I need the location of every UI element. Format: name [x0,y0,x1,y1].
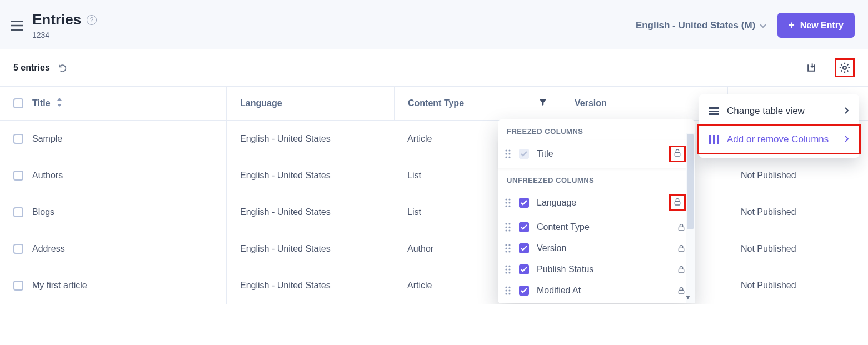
column-label: Language [537,198,576,208]
svg-point-17 [508,202,510,203]
lock-icon[interactable] [677,244,686,253]
svg-point-45 [508,289,510,291]
undo-icon[interactable] [58,63,68,73]
drag-handle-icon[interactable] [505,286,511,296]
row-checkbox[interactable] [13,207,23,217]
import-icon[interactable] [806,62,817,73]
row-checkbox[interactable] [13,134,23,144]
gear-highlight [835,58,855,77]
menu-item-label: Change table view [727,106,805,117]
column-checkbox[interactable] [519,243,529,253]
row-title[interactable]: Blogs [32,207,54,217]
lock-icon[interactable] [677,265,686,274]
svg-point-18 [505,205,507,207]
column-header-content-type[interactable]: Content Type [394,87,561,121]
gear-icon[interactable] [839,62,851,74]
svg-point-19 [508,205,510,207]
svg-point-31 [508,247,510,249]
col-version-label: Version [575,98,607,108]
column-label: Version [537,243,566,253]
column-row-language[interactable]: Language [498,189,695,217]
column-row-publish-status[interactable]: Publish Status [498,259,695,280]
list-view-icon [709,107,719,115]
column-checkbox[interactable] [519,222,529,232]
column-row-title[interactable]: Title [498,140,695,168]
svg-point-14 [505,198,507,200]
column-label: Publish Status [537,264,593,274]
scrollbar-thumb[interactable] [687,134,694,229]
svg-point-32 [505,251,507,252]
sort-icon[interactable] [56,98,63,109]
select-all-checkbox[interactable] [13,98,23,108]
locale-label: English - United States (M) [636,20,755,31]
col-language-label: Language [240,98,282,108]
menu-item-add-remove-columns[interactable]: Add or remove Columns [697,124,861,154]
freezed-columns-label: FREEZED COLUMNS [498,119,695,140]
column-header-title[interactable]: Title [0,87,226,121]
column-checkbox[interactable] [519,264,529,274]
row-title[interactable]: Address [32,244,65,254]
svg-point-23 [505,226,507,228]
column-row-version[interactable]: Version [498,238,695,259]
row-language: English - United States [226,231,394,267]
entry-count-label: 5 entries [13,63,50,73]
chevron-right-icon [845,134,849,145]
svg-point-0 [843,66,846,69]
locale-picker[interactable]: English - United States (M) [636,20,766,31]
plus-icon: + [789,19,795,31]
column-label: Modified At [537,286,581,296]
column-checkbox[interactable] [519,149,529,159]
svg-point-16 [505,202,507,203]
svg-point-44 [505,289,507,291]
row-title[interactable]: My first article [32,281,87,291]
svg-point-22 [508,223,510,224]
svg-rect-5 [713,135,715,144]
svg-point-10 [508,153,510,154]
svg-point-30 [505,247,507,249]
unlock-icon[interactable] [673,148,682,157]
lock-icon[interactable] [677,223,686,232]
drag-handle-icon[interactable] [505,243,511,253]
drag-handle-icon[interactable] [505,264,511,274]
unfreezed-columns-label: UNFREEZED COLUMNS [498,168,695,189]
svg-point-12 [508,156,510,158]
row-title[interactable]: Authors [32,171,63,181]
unlock-highlight [669,146,686,162]
column-checkbox[interactable] [519,198,529,208]
drag-handle-icon[interactable] [505,198,511,208]
svg-rect-6 [717,135,719,144]
filter-icon[interactable] [538,98,547,109]
row-publish-status: Not Published [727,231,868,267]
svg-point-28 [505,244,507,246]
svg-point-39 [505,272,507,273]
svg-point-7 [505,149,507,151]
svg-point-46 [505,293,507,294]
new-entry-button[interactable]: + New Entry [777,13,855,38]
row-checkbox[interactable] [13,244,23,254]
svg-point-26 [508,229,510,231]
help-icon[interactable]: ? [87,15,97,25]
hamburger-icon[interactable] [11,21,23,31]
drag-handle-icon[interactable] [505,222,511,232]
column-row-modified-at[interactable]: Modified At [498,280,695,301]
new-entry-label: New Entry [800,21,844,31]
svg-point-9 [505,153,507,154]
column-header-language[interactable]: Language [226,87,394,121]
row-checkbox[interactable] [13,281,23,291]
row-title[interactable]: Sample [32,134,62,144]
table-settings-menu: Change table view Add or remove Columns [699,94,859,158]
drag-handle-icon[interactable] [505,149,511,159]
sub-bar: 5 entries [0,49,868,87]
svg-rect-20 [675,201,680,205]
scroll-down-icon[interactable]: ▼ [685,293,691,301]
lock-icon[interactable] [673,197,682,206]
svg-point-25 [505,229,507,231]
row-checkbox[interactable] [13,171,23,181]
row-publish-status: Not Published [727,157,868,194]
svg-point-43 [508,286,510,288]
column-checkbox[interactable] [519,286,529,296]
menu-item-change-table-view[interactable]: Change table view [699,98,859,124]
page-subtitle: 1234 [32,31,97,39]
svg-point-40 [508,272,510,273]
column-row-content-type[interactable]: Content Type [498,217,695,238]
